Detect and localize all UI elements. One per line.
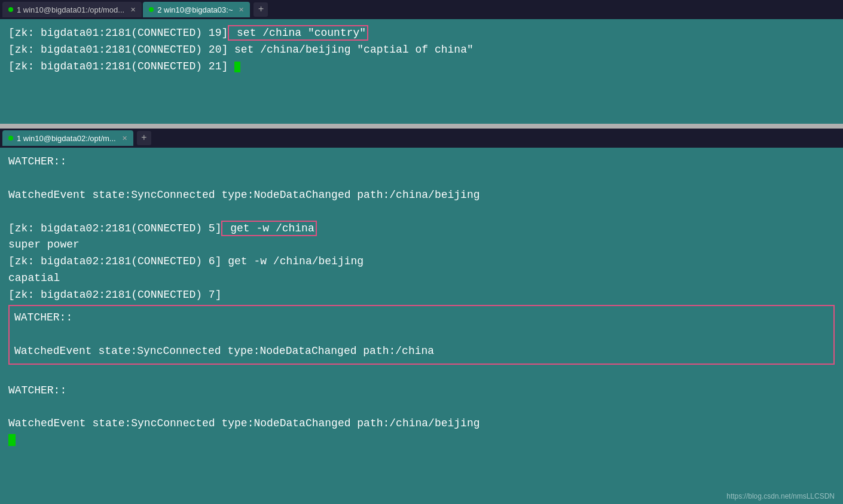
- watcher-block-highlighted: WATCHER:: WatchedEvent state:SyncConnect…: [8, 305, 835, 365]
- watcher-line-3: WATCHER::: [8, 383, 835, 399]
- prompt-5: [zk: bigdata02:2181(CONNECTED) 5]: [8, 222, 221, 234]
- new-tab-button-bottom[interactable]: +: [137, 131, 151, 145]
- bottom-cursor-line: [8, 432, 835, 449]
- watcher-line-2: WATCHER::: [14, 310, 829, 326]
- blank-in-block: [14, 326, 829, 343]
- prompt-19: [zk: bigdata01:2181(CONNECTED) 19]: [8, 27, 228, 39]
- terminal-cursor-top: [234, 62, 240, 72]
- terminal-line-7: [zk: bigdata02:2181(CONNECTED) 7]: [8, 287, 835, 304]
- watcher-line-1: WATCHER::: [8, 154, 835, 170]
- tab-2-label: 2 win10@bigdata03:~: [157, 5, 233, 14]
- capatial-line: capatial: [8, 270, 835, 287]
- tab-1-label: 1 win10@bigdata01:/opt/mod...: [17, 5, 124, 14]
- tab-bottom-close[interactable]: ✕: [122, 135, 127, 142]
- tab-1-close[interactable]: ✕: [130, 6, 136, 14]
- bottom-tab-bar: 1 win10@bigdata02:/opt/m... ✕ +: [0, 129, 843, 148]
- tab-1-bigdata01[interactable]: 1 win10@bigdata01:/opt/mod... ✕: [2, 2, 142, 17]
- tab-2-bigdata03[interactable]: 2 win10@bigdata03:~ ✕: [143, 2, 250, 17]
- top-tab-bar: 1 win10@bigdata01:/opt/mod... ✕ 2 win10@…: [0, 0, 843, 19]
- command-5-highlighted: get -w /china: [221, 221, 316, 236]
- pane-divider: [0, 124, 843, 129]
- tab-bottom-dot: [8, 136, 13, 140]
- super-power-line: super power: [8, 237, 835, 253]
- terminal-line-21: [zk: bigdata01:2181(CONNECTED) 21]: [8, 59, 835, 75]
- bottom-terminal-pane: WATCHER:: WatchedEvent state:SyncConnect…: [0, 148, 843, 504]
- watched-event-beijing-1: WatchedEvent state:SyncConnected type:No…: [8, 187, 835, 204]
- terminal-line-19: [zk: bigdata01:2181(CONNECTED) 19] set /…: [8, 25, 835, 42]
- tab-bottom-bigdata02[interactable]: 1 win10@bigdata02:/opt/m... ✕: [2, 130, 133, 146]
- tab-bottom-label: 1 win10@bigdata02:/opt/m...: [17, 134, 116, 143]
- prompt-21: [zk: bigdata01:2181(CONNECTED) 21]: [8, 60, 234, 72]
- watched-event-beijing-2: WatchedEvent state:SyncConnected type:No…: [8, 416, 835, 432]
- tab-2-dot: [149, 7, 154, 12]
- command-20: set /china/beijing "captial of china": [228, 44, 473, 56]
- tab-1-dot: [8, 7, 13, 12]
- terminal-cursor-bottom: [8, 434, 16, 446]
- terminal-line-20: [zk: bigdata01:2181(CONNECTED) 20] set /…: [8, 42, 835, 59]
- terminal-line-6: [zk: bigdata02:2181(CONNECTED) 6] get -w…: [8, 253, 835, 270]
- blank-4: [8, 399, 835, 416]
- tab-2-close[interactable]: ✕: [239, 6, 244, 14]
- terminal-line-5: [zk: bigdata02:2181(CONNECTED) 5] get -w…: [8, 221, 835, 237]
- prompt-20: [zk: bigdata01:2181(CONNECTED) 20]: [8, 44, 228, 56]
- blank-2: [8, 204, 835, 221]
- watermark: https://blog.csdn.net/nmsLLCSDN: [726, 492, 835, 500]
- new-tab-button-top[interactable]: +: [253, 2, 268, 17]
- blank-3: [8, 366, 835, 383]
- watched-event-china-path: WatchedEvent state:SyncConnected type:No…: [14, 343, 829, 360]
- blank-1: [8, 170, 835, 187]
- command-19-highlighted: set /china "country": [228, 25, 368, 41]
- top-terminal-pane: [zk: bigdata01:2181(CONNECTED) 19] set /…: [0, 19, 843, 124]
